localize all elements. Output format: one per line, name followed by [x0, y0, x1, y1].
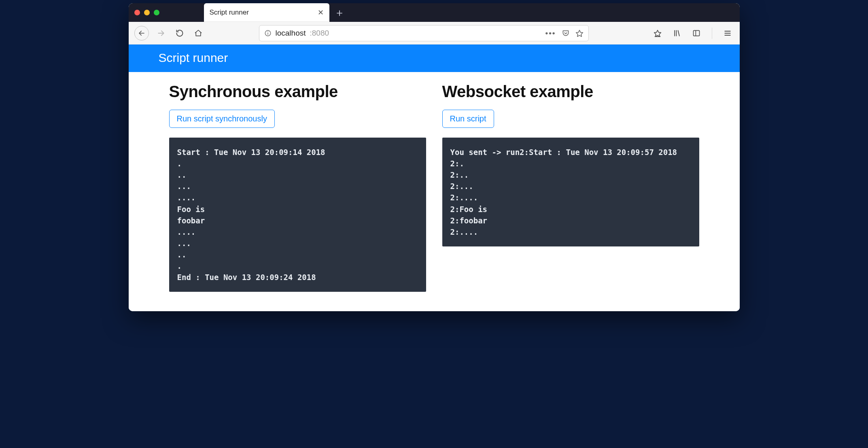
reload-icon — [176, 29, 184, 37]
browser-window: Script runner ✕ ＋ localhost:8080 ••• — [129, 3, 740, 311]
arrow-left-icon — [138, 30, 145, 37]
sync-section: Synchronous example Run script synchrono… — [169, 83, 426, 292]
run-ws-button[interactable]: Run script — [442, 110, 494, 128]
page-actions-icon[interactable]: ••• — [545, 29, 556, 38]
toolbar-separator — [712, 28, 712, 39]
ws-section: Websocket example Run script You sent ->… — [442, 83, 699, 292]
browser-tab[interactable]: Script runner ✕ — [204, 3, 329, 22]
svg-marker-6 — [654, 30, 661, 36]
content-grid: Synchronous example Run script synchrono… — [129, 72, 740, 311]
tab-title: Script runner — [210, 8, 249, 17]
page-header: Script runner — [129, 45, 740, 72]
svg-marker-5 — [576, 30, 583, 36]
home-icon — [194, 29, 202, 37]
page-content: Script runner Synchronous example Run sc… — [129, 45, 740, 311]
arrow-right-icon — [157, 29, 165, 37]
svg-rect-11 — [693, 30, 699, 36]
close-window-button[interactable] — [134, 10, 140, 15]
svg-line-10 — [678, 30, 679, 36]
titlebar: Script runner ✕ ＋ — [129, 3, 740, 22]
url-port: :8080 — [310, 29, 329, 38]
home-button[interactable] — [192, 27, 205, 40]
ws-console: You sent -> run2:Start : Tue Nov 13 20:0… — [442, 138, 699, 246]
sync-heading: Synchronous example — [169, 83, 426, 101]
window-controls — [134, 10, 159, 15]
close-tab-icon[interactable]: ✕ — [318, 8, 324, 17]
ws-heading: Websocket example — [442, 83, 699, 101]
reload-button[interactable] — [173, 27, 186, 40]
new-tab-button[interactable]: ＋ — [334, 7, 345, 18]
library-icon[interactable] — [671, 27, 683, 40]
sync-console: Start : Tue Nov 13 20:09:14 2018 . .. ..… — [169, 138, 426, 292]
pocket-icon[interactable] — [562, 29, 570, 37]
url-host: localhost — [276, 29, 306, 38]
sidebar-icon[interactable] — [690, 27, 703, 40]
menu-button[interactable] — [721, 27, 734, 40]
minimize-window-button[interactable] — [144, 10, 150, 15]
zoom-window-button[interactable] — [154, 10, 159, 15]
site-info-icon[interactable] — [264, 30, 272, 37]
browser-toolbar: localhost:8080 ••• — [129, 22, 740, 45]
svg-point-4 — [267, 31, 268, 32]
toolbar-right — [651, 27, 734, 40]
forward-button[interactable] — [155, 27, 168, 40]
downloads-icon[interactable] — [651, 27, 664, 40]
run-sync-button[interactable]: Run script synchronously — [169, 110, 275, 128]
url-bar[interactable]: localhost:8080 ••• — [259, 25, 589, 41]
bookmark-star-icon[interactable] — [575, 29, 584, 37]
back-button[interactable] — [134, 26, 149, 40]
